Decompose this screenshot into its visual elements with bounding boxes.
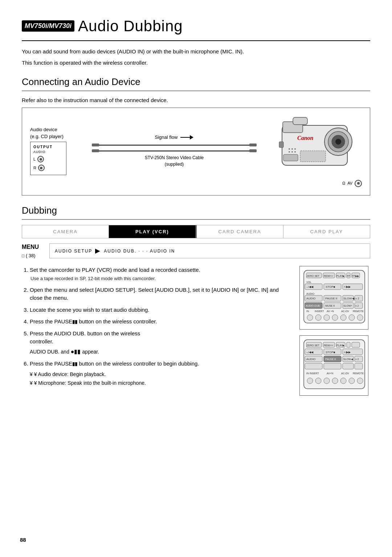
svg-text:Canon: Canon [297,135,314,141]
svg-point-16 [294,151,296,153]
svg-point-100 [349,378,355,384]
step-4: Press the PAUSE▮▮ button on the wireless… [30,318,289,326]
svg-text:REMOTE: REMOTE [353,310,364,312]
cable-lines [92,144,257,152]
svg-point-95 [307,378,313,384]
steps-area: Set the camcorder to PLAY (VCR) mode and… [22,266,370,396]
intro-line2: This function is operated with the wirel… [22,59,370,67]
svg-text:STOP■: STOP■ [326,285,335,288]
note-audio-device: ¥ Audio device: Begin playback. [30,371,289,378]
svg-point-99 [340,378,346,384]
svg-point-60 [332,315,338,320]
svg-rect-89 [343,363,354,369]
svg-point-59 [324,315,330,320]
cable-line-L [92,144,257,146]
audio-device-block: Audio device (e.g. CD player) OUTPUT AUD… [30,126,88,175]
svg-point-61 [340,315,346,320]
connection-diagram: Audio device (e.g. CD player) OUTPUT AUD… [22,108,370,195]
step-6-notes: ¥ Audio device: Begin playback. ¥ Microp… [30,371,289,387]
svg-point-62 [349,315,355,320]
menu-row: MENU □ ( 38) AUDIO SETUP ▶ AUDIO DUB. · … [22,243,370,259]
svg-rect-88 [324,363,341,369]
signal-flow-arrow [180,134,193,141]
svg-text:AUDIO: AUDIO [306,297,315,300]
svg-text:FF: FF [347,275,350,277]
svg-point-98 [332,378,338,384]
svg-text:REW/<<: REW/<< [324,344,333,347]
svg-text:x 2: x 2 [355,358,359,360]
svg-rect-72 [352,342,360,347]
menu-label-block: MENU □ ( 38) [22,243,44,259]
mode-card-play: CARD PLAY [283,225,370,238]
note-microphone: ¥ Microphone: Speak into the built-in mi… [30,379,289,387]
refer-text: Refer also to the instruction manual of … [22,96,370,105]
step-6: Press the PAUSE▮▮ button on the wireless… [30,360,289,387]
svg-text:AUDIO: AUDIO [306,358,315,361]
menu-step1: AUDIO SETUP [55,248,92,254]
svg-text:AC-DV: AC-DV [341,372,349,375]
jack-circle-R [38,165,45,171]
svg-point-14 [289,151,290,153]
remote-box-1: ZERO SET REW/<< PLAY▶ FF FF▶▶ VOL –/◀◀ S… [299,266,368,330]
svg-text:x 2: x 2 [355,304,359,307]
jack-circle-L [37,156,44,162]
section2-heading: Dubbing [22,203,370,220]
svg-point-13 [294,148,296,150]
audio-device-label: Audio device (e.g. CD player) [30,126,64,140]
svg-text:–/◀◀: –/◀◀ [306,351,314,354]
svg-text:PAUSE II: PAUSE II [325,358,336,360]
svg-text:ZERO SET: ZERO SET [307,275,320,277]
svg-point-63 [357,315,363,320]
svg-text:REMOTE: REMOTE [353,372,364,375]
svg-rect-87 [305,363,322,369]
svg-text:AV+N: AV+N [327,372,333,375]
svg-text:AUDIO DUB: AUDIO DUB [306,304,320,307]
menu-path: AUDIO SETUP ▶ AUDIO DUB. · · · AUDIO IN [49,243,370,258]
jack-R: R [33,165,63,171]
mode-play-vcr: PLAY (VCR) [109,225,196,238]
menu-label: MENU [22,243,44,251]
output-label: OUTPUT [33,144,63,150]
page-title-area: MV750i/MV730i Audio Dubbing [22,15,370,41]
svg-rect-71 [347,342,350,347]
svg-point-12 [291,148,293,150]
svg-text:SLOW+: SLOW+ [343,304,352,307]
svg-rect-90 [355,363,363,369]
svg-point-97 [324,378,330,384]
page-main-title: Audio Dubbing [78,15,183,37]
jack-row: L R [33,156,63,171]
cable-label: STV-250N Stereo Video Cable (supplied) [145,154,204,167]
model-badge: MV750i/MV730i [22,20,74,32]
step-5: Press the AUDIO DUB. button on the wirel… [30,330,289,356]
svg-rect-10 [300,151,326,162]
av-jack-circle [355,180,362,187]
svg-text:SLOW◀: SLOW◀ [343,358,353,360]
svg-text:–/◀◀: –/◀◀ [306,285,314,288]
svg-point-96 [315,378,321,384]
av-jack-area: Ω AV [342,180,362,187]
svg-text:AV +N: AV +N [327,310,334,312]
svg-text:INSERT: INSERT [315,310,324,312]
menu-step2: AUDIO DUB. · · · AUDIO IN [104,248,175,254]
svg-text:VOL: VOL [306,281,311,283]
menu-arrow-icon: ▶ [95,246,101,256]
mode-card-camera: CARD CAMERA [197,225,283,238]
svg-point-15 [291,151,293,153]
intro-line1: You can add sound from audio devices (AU… [22,48,370,56]
svg-text:PLAY▶: PLAY▶ [336,344,345,347]
page-number: 88 [20,536,26,544]
svg-point-101 [357,378,363,384]
menu-ref: □ ( 38) [22,252,44,259]
svg-rect-9 [283,154,298,161]
step-2: Open the menu and select [AUDIO SETUP]. … [30,286,289,302]
step-1: Set the camcorder to PLAY (VCR) mode and… [30,266,289,282]
steps-list: Set the camcorder to PLAY (VCR) mode and… [22,266,289,356]
remote-svg-1: ZERO SET REW/<< PLAY▶ FF FF▶▶ VOL –/◀◀ S… [302,269,367,325]
step-1-subnote: Use a tape recorded in SP, 12-bit mode w… [30,275,289,282]
svg-text:AC-DV: AC-DV [341,310,349,312]
audio-label-small: AUDIO [33,150,63,155]
svg-point-58 [315,315,321,320]
cable-area: Signal flow STV-250N Stereo Video Cable … [88,134,260,168]
remote-images: ZERO SET REW/<< PLAY▶ FF FF▶▶ VOL –/◀◀ S… [298,266,370,396]
svg-text:+/▶▶: +/▶▶ [344,351,351,354]
